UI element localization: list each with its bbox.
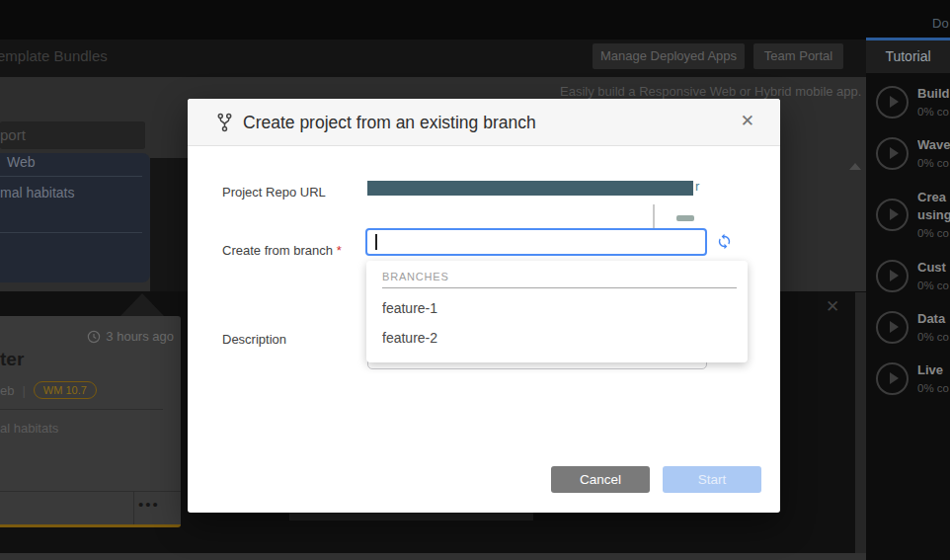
tutorial-item-data[interactable]: Data 0% co [866,301,950,353]
repo-url-selected-text[interactable] [367,181,693,196]
tutorial-progress: 0% co [917,382,949,394]
card-footer-vertical-divider [133,491,134,524]
tutorials-list: Build 0% co Wave 0% co Crea using 0% co … [866,73,950,404]
play-icon[interactable] [876,362,909,395]
text-caret [375,234,377,250]
card-pointer-arrow [120,293,164,316]
tutorial-title: Data [917,311,945,326]
branches-dropdown: BRANCHES feature-1 feature-2 [366,261,748,362]
play-icon[interactable] [876,199,909,231]
tutorial-title: Build [917,86,950,101]
tutorial-item-wave[interactable]: Wave 0% co [866,127,950,179]
background-popover: Web mal habitats [0,153,150,282]
team-portal-button[interactable]: Team Portal [753,43,843,69]
cancel-button[interactable]: Cancel [551,466,650,493]
tutorial-progress: 0% co [917,227,949,239]
tutorials-sidebar: Tutorial Build 0% co Wave 0% co Crea usi… [866,38,950,560]
card-divider [0,409,163,410]
topbar-link[interactable]: Do [932,16,949,31]
card-title[interactable]: ter [0,349,24,370]
branch-option-feature-2[interactable]: feature-2 [366,323,748,353]
card-footer-divider [0,491,181,492]
dash-artifact [676,215,694,221]
card-description: al habitats [0,421,58,436]
project-card: 3 hours ago ter eb | WM 10.7 al habitats… [0,316,181,527]
top-black-bar [0,0,950,40]
git-branch-icon [217,113,232,136]
tutorial-item-create[interactable]: Crea using 0% co [866,179,950,250]
tutorial-title: Cust [917,260,946,275]
card-time-text: 3 hours ago [106,329,174,344]
branches-dropdown-header: BRANCHES [382,271,449,282]
card-timestamp: 3 hours ago [87,329,174,344]
template-bundles-label[interactable]: emplate Bundles [0,47,108,64]
tutorial-progress: 0% co [917,106,949,118]
repo-url-text-fragment: r [695,179,699,194]
import-tab[interactable]: port [0,121,145,149]
tutorial-progress: 0% co [917,280,949,291]
card-separator: | [22,383,25,398]
close-icon[interactable]: ✕ [741,112,754,131]
tutorial-item-build[interactable]: Build 0% co [866,76,950,127]
modal-title: Create project from an existing branch [243,99,536,146]
scroll-up-arrow-icon[interactable] [849,163,861,170]
tutorial-item-cust[interactable]: Cust 0% co [866,250,950,301]
dropdown-divider [382,287,737,288]
modal-header: Create project from an existing branch ✕ [188,99,780,146]
popover-divider [0,232,142,233]
app-tagline: Easily build a Responsive Web or Hybrid … [560,84,861,99]
app-root: Do emplate Bundles Manage Deployed Apps … [0,0,950,560]
description-label: Description [222,332,286,347]
play-icon[interactable] [876,86,909,119]
card-subtitle-row: eb | WM 10.7 [0,381,97,399]
tutorial-progress: 0% co [917,331,949,343]
tutorial-title: Crea using [917,190,950,222]
branch-label-text: Create from branch [222,243,333,258]
play-icon[interactable] [876,260,909,292]
refresh-icon[interactable] [715,233,733,251]
popover-divider [0,176,142,177]
branch-label: Create from branch * [222,243,342,258]
background-shadow-area [150,158,188,291]
tutorial-item-live[interactable]: Live 0% co [866,353,950,404]
background-panel-close-icon[interactable]: ✕ [826,296,839,317]
manage-deployed-apps-button[interactable]: Manage Deployed Apps [593,43,745,69]
popover-item-web[interactable]: Web [0,153,150,176]
play-icon[interactable] [876,137,909,170]
tutorials-header: Tutorial [866,40,950,73]
bottom-bar [0,553,866,560]
popover-item-habitats[interactable]: mal habitats [0,185,150,200]
tutorial-title: Wave [917,137,950,152]
required-asterisk: * [337,243,342,258]
card-platform: eb [0,383,14,398]
card-version-badge: WM 10.7 [34,381,97,399]
branch-input[interactable] [365,228,707,256]
tutorial-progress: 0% co [917,157,949,169]
play-icon[interactable] [876,311,909,344]
tutorial-title: Live [917,362,943,377]
branch-option-feature-1[interactable]: feature-1 [366,293,748,323]
start-button[interactable]: Start [663,466,761,493]
clock-icon [87,330,101,344]
create-project-modal: Create project from an existing branch ✕… [188,99,780,513]
scrollbar-artifact [653,204,655,230]
page-scrollbar[interactable] [855,292,866,553]
card-menu-button[interactable]: ••• [138,496,160,513]
repo-url-label: Project Repo URL [222,185,326,200]
